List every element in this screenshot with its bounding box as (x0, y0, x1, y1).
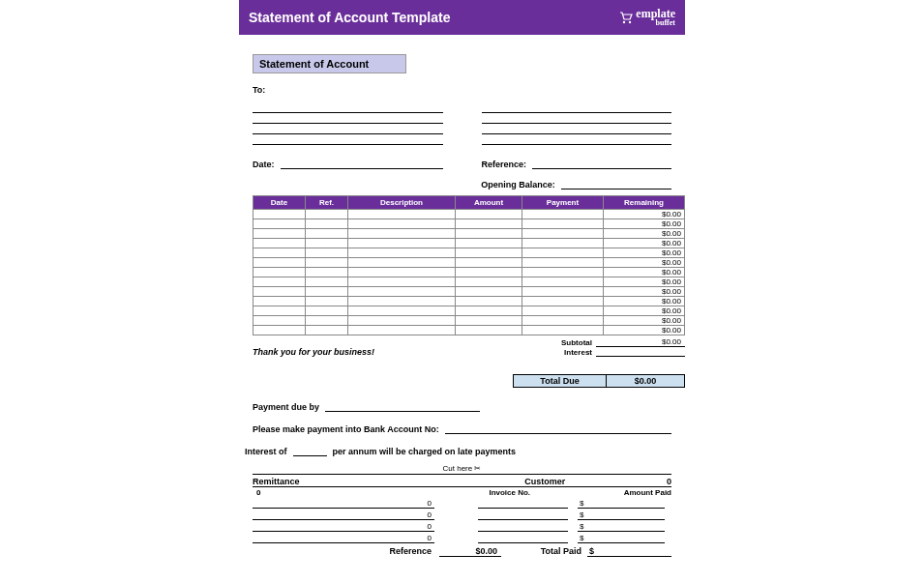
col-remaining: Remaining (604, 196, 685, 210)
total-due-box: Total Due $0.00 (513, 374, 685, 388)
table-row: $0.00 (253, 229, 685, 239)
col-payment: Payment (522, 196, 604, 210)
thanks-text: Thank you for your business! (253, 347, 374, 357)
date-field (281, 159, 443, 169)
svg-point-0 (623, 21, 625, 23)
col-date: Date (253, 196, 306, 210)
total-paid-value: $ (587, 546, 671, 557)
bank-label: Please make payment into Bank Account No… (253, 424, 439, 434)
col-ref: Ref. (306, 196, 348, 210)
reference-foot-label: Reference (253, 546, 439, 557)
remit-row: 0 $ (253, 520, 671, 532)
header-title: Statement of Account Template (249, 10, 450, 25)
table-row: $0.00 (253, 268, 685, 277)
table-row: $0.00 (253, 306, 685, 316)
to-line (253, 134, 443, 145)
opening-balance-field (561, 179, 671, 189)
logo: emplate buffet (618, 8, 675, 27)
date-label: Date: (253, 160, 275, 169)
to-label: To: (253, 85, 671, 95)
ref-field (532, 159, 671, 169)
to-line (253, 124, 443, 134)
from-line (482, 124, 672, 134)
col-amount: Amount (456, 196, 522, 210)
payment-due-label: Payment due by (253, 402, 319, 412)
total-paid-label: Total Paid (541, 546, 587, 557)
interest-label: Interest (515, 348, 596, 357)
remit-row: 0 $ (253, 497, 671, 509)
col-desc: Description (348, 196, 456, 210)
cut-here: Cut here ✂ (253, 464, 671, 475)
remit-row: 0 $ (253, 532, 671, 543)
table-row: $0.00 (253, 326, 685, 335)
table-row: $0.00 (253, 239, 685, 248)
table-row: $0.00 (253, 248, 685, 258)
total-due-value: $0.00 (607, 375, 684, 387)
table-row: $0.00 (253, 219, 685, 229)
interest-rate-field (293, 446, 327, 456)
subtotal-label: Subtotal (515, 338, 596, 347)
interest-of-label: Interest of (245, 447, 287, 456)
table-row: $0.00 (253, 316, 685, 326)
subtotal-value: $0.00 (596, 337, 685, 347)
table-row: $0.00 (253, 297, 685, 306)
from-line (482, 102, 672, 113)
total-due-label: Total Due (514, 375, 607, 387)
page-header: Statement of Account Template emplate bu… (239, 0, 685, 35)
remittance-header: Remittance Customer 0 (253, 475, 671, 487)
interest-value (596, 347, 685, 357)
remit-row: 0 $ (253, 509, 671, 520)
table-row: $0.00 (253, 258, 685, 268)
amount-paid-label: Amount Paid (594, 488, 671, 497)
table-row: $0.00 (253, 277, 685, 287)
invoice-no-label: Invoice No. (426, 488, 595, 497)
interest-tail: per annum will be charged on late paymen… (333, 447, 517, 456)
cart-icon (618, 10, 634, 25)
svg-point-1 (629, 21, 631, 23)
payment-due-field (325, 401, 480, 412)
table-row: $0.00 (253, 210, 685, 219)
to-line (253, 113, 443, 124)
ref-label: Reference: (482, 160, 527, 169)
table-row: $0.00 (253, 287, 685, 297)
ledger-table: Date Ref. Description Amount Payment Rem… (253, 195, 685, 335)
doc-title: Statement of Account (253, 54, 406, 73)
reference-foot-value: $0.00 (439, 546, 501, 557)
from-line (482, 134, 672, 145)
to-line (253, 102, 443, 113)
bank-field (445, 423, 671, 434)
from-line (482, 113, 672, 124)
remit-zero: 0 (253, 488, 426, 497)
opening-balance-label: Opening Balance: (481, 180, 555, 189)
